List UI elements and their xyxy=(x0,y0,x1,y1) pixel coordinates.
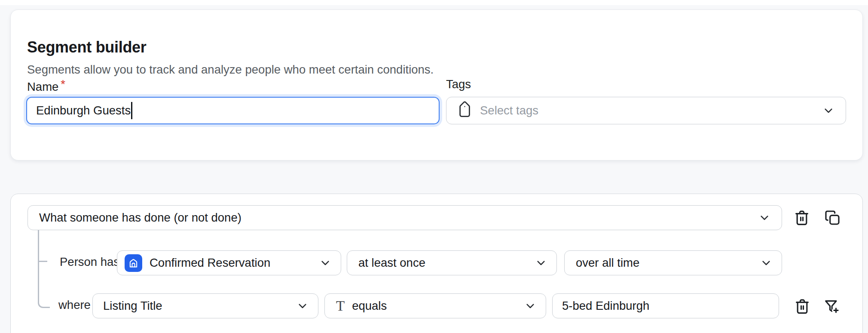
filter-field-select[interactable]: Listing Title xyxy=(92,293,318,318)
duplicate-condition-button[interactable] xyxy=(823,208,842,227)
filter-field-value: Listing Title xyxy=(103,299,162,313)
tag-icon xyxy=(457,103,473,119)
chevron-down-icon xyxy=(523,299,537,313)
page-title: Segment builder xyxy=(27,38,147,56)
filter-value-text: 5-bed Edinburgh xyxy=(562,299,649,313)
tags-select[interactable]: Select tags xyxy=(446,97,846,124)
frequency-select-value: at least once xyxy=(358,256,425,270)
event-row-prefix-label: Person has xyxy=(60,255,119,269)
name-field-label: Name* xyxy=(27,77,65,94)
tags-placeholder: Select tags xyxy=(480,104,538,117)
text-type-icon: T xyxy=(336,299,345,313)
chevron-down-icon xyxy=(534,256,548,270)
event-select[interactable]: Confirmed Reservation xyxy=(117,250,341,275)
segment-name-input[interactable]: Edinburgh Guests xyxy=(26,97,440,124)
copy-icon xyxy=(824,209,841,226)
chevron-down-icon xyxy=(759,256,773,270)
condition-type-value: What someone has done (or not done) xyxy=(39,211,241,225)
delete-filter-button[interactable] xyxy=(793,297,812,316)
required-asterisk: * xyxy=(61,77,65,91)
filter-operator-value: equals xyxy=(352,299,387,313)
filter-operator-select[interactable]: T equals xyxy=(324,293,546,318)
chevron-down-icon xyxy=(822,104,835,117)
tags-field-label: Tags xyxy=(446,77,471,91)
segment-builder-card: Segment builder Segments allow you to tr… xyxy=(10,9,863,160)
delete-condition-button[interactable] xyxy=(792,208,811,227)
condition-type-select[interactable]: What someone has done (or not done) xyxy=(28,205,782,230)
home-icon xyxy=(125,254,142,272)
time-window-select-value: over all time xyxy=(576,256,639,270)
event-select-value: Confirmed Reservation xyxy=(150,256,270,270)
condition-tree-connector xyxy=(38,230,50,308)
chevron-down-icon xyxy=(296,299,309,313)
segment-name-value: Edinburgh Guests xyxy=(36,104,131,117)
chevron-down-icon xyxy=(758,211,771,225)
condition-tree-branch xyxy=(38,261,47,262)
text-caret xyxy=(131,102,132,119)
chevron-down-icon xyxy=(318,256,332,270)
frequency-select[interactable]: at least once xyxy=(347,250,557,275)
trash-icon xyxy=(794,298,811,315)
filter-value-input[interactable]: 5-bed Edinburgh xyxy=(552,293,779,318)
filter-row-prefix-label: where xyxy=(58,298,91,312)
conditions-card: What someone has done (or not done) xyxy=(10,194,863,333)
page-subtitle: Segments allow you to track and analyze … xyxy=(27,63,434,77)
filter-plus-icon xyxy=(823,298,840,315)
time-window-select[interactable]: over all time xyxy=(564,250,782,275)
trash-icon xyxy=(793,209,810,226)
add-filter-button[interactable] xyxy=(822,297,841,316)
top-white-strip xyxy=(0,0,868,5)
